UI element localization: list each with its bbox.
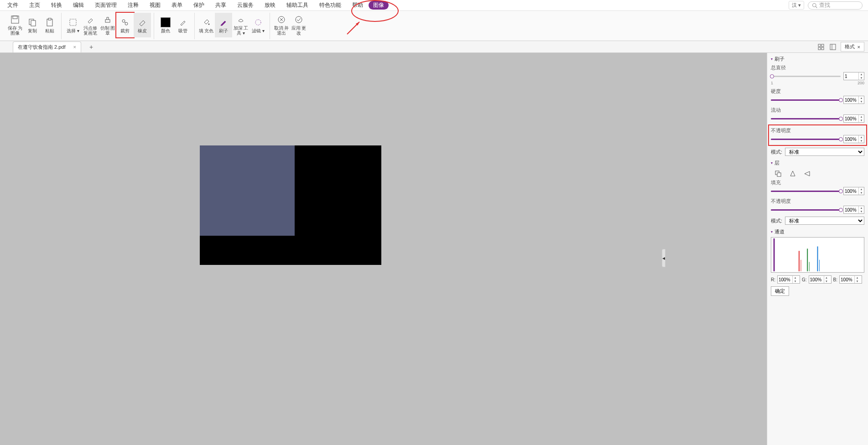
fill-icon (201, 17, 211, 27)
channel-section-header[interactable]: 通道 (771, 228, 864, 235)
apply-changes-button[interactable]: 应用 更改 (290, 13, 307, 37)
ok-button[interactable]: 确定 (771, 286, 789, 296)
main-area: ◂ 刷子 总直径 ▲▼ 1200 硬度 ▲▼ 流动 (0, 53, 868, 445)
layer-opacity-spinner[interactable]: ▲▼ (843, 206, 864, 214)
spot-heal-icon (85, 15, 95, 25)
brush-opacity-spinner[interactable]: ▲▼ (843, 135, 864, 143)
menu-comment[interactable]: 注释 (122, 0, 144, 10)
layer-fill-slider[interactable] (771, 191, 841, 192)
svg-rect-3 (13, 16, 17, 19)
clone-stamp-button[interactable]: 仿制 图章 (99, 13, 116, 37)
sidebar-collapse-handle[interactable]: ◂ (662, 249, 665, 267)
brush-opacity-slider[interactable] (771, 139, 841, 140)
menu-home[interactable]: 主页 (24, 0, 46, 10)
brush-mode-select[interactable]: 标准 (785, 148, 864, 156)
svg-rect-5 (31, 21, 36, 26)
burn-tool-button[interactable]: 加深 工具 ▾ (232, 13, 249, 37)
copy-icon (27, 17, 37, 27)
duplicate-layer-icon[interactable] (774, 170, 782, 177)
grid-view-icon[interactable] (817, 43, 825, 51)
menu-file[interactable]: 文件 (2, 0, 24, 10)
flow-spinner[interactable]: ▲▼ (843, 114, 864, 123)
save-as-image-button[interactable]: 保存 为图像 (6, 13, 24, 37)
copy-button[interactable]: 复制 (24, 13, 41, 37)
menu-share[interactable]: 共享 (210, 0, 232, 10)
b-spinner[interactable]: ▲▼ (839, 275, 862, 284)
single-view-icon[interactable] (829, 43, 837, 51)
crop-button[interactable]: 裁剪 (116, 13, 134, 37)
search-placeholder: 查找 (819, 1, 830, 9)
paste-icon (45, 17, 55, 27)
select-button[interactable]: 选择 ▾ (64, 13, 82, 37)
language-selector[interactable]: 汉 ▾ (789, 1, 804, 10)
filter-button[interactable]: 滤镜 ▾ (249, 13, 267, 37)
hardness-spinner[interactable]: ▲▼ (843, 96, 864, 104)
brush-section-header[interactable]: 刷子 (771, 56, 864, 62)
layer-opacity-slider[interactable] (771, 209, 841, 211)
layer-opacity-label: 不透明度 (771, 198, 864, 205)
diameter-spinner[interactable]: ▲▼ (843, 72, 864, 80)
svg-point-0 (813, 3, 816, 7)
diameter-label: 总直径 (771, 64, 864, 71)
layer-section-header[interactable]: 层 (771, 160, 864, 166)
menu-view[interactable]: 视图 (144, 0, 166, 10)
brush-opacity-label: 不透明度 (771, 127, 864, 134)
document-tab-label: 在遵守饮食指南 2.pdf (18, 44, 66, 51)
menu-protect[interactable]: 保护 (188, 0, 210, 10)
layer-fill-spinner[interactable]: ▲▼ (843, 187, 864, 195)
eraser-button[interactable]: 橡皮 (134, 13, 151, 37)
menu-form[interactable]: 表单 (166, 0, 188, 10)
cancel-exit-button[interactable]: 取消 并退出 (273, 13, 290, 37)
cancel-icon (276, 15, 286, 25)
menu-edit[interactable]: 编辑 (68, 0, 89, 10)
menu-convert[interactable]: 转换 (46, 0, 68, 10)
paste-button[interactable]: 粘贴 (41, 13, 58, 37)
menu-features[interactable]: 特色功能 (314, 0, 347, 10)
r-spinner[interactable]: ▲▼ (777, 275, 800, 284)
svg-rect-28 (777, 173, 781, 176)
diameter-slider[interactable] (771, 76, 841, 77)
clone-stamp-icon (103, 15, 113, 25)
menu-image[interactable]: 图像 (369, 1, 389, 10)
eyedropper-icon (178, 17, 188, 27)
svg-rect-22 (821, 44, 824, 47)
menu-slideshow[interactable]: 放映 (259, 0, 281, 10)
color-swatch-icon (161, 17, 171, 27)
menu-cloud[interactable]: 云服务 (232, 0, 259, 10)
svg-line-12 (125, 22, 125, 23)
color-button[interactable]: 颜色 (157, 13, 174, 37)
close-tab-icon[interactable]: × (73, 44, 76, 50)
search-box[interactable]: 查找 (808, 1, 863, 10)
flip-vertical-icon[interactable] (789, 170, 796, 177)
flip-horizontal-icon[interactable] (804, 170, 811, 177)
brush-mode-label: 模式: (771, 149, 782, 155)
g-label: G: (802, 277, 807, 282)
toolbar: 保存 为图像 复制 粘贴 选择 ▾ 污点修 复画笔 仿制 图章 裁剪 橡皮 颜色… (0, 11, 868, 41)
document-tab[interactable]: 在遵守饮食指南 2.pdf × (13, 41, 81, 52)
brush-button[interactable]: 刷子 (215, 13, 232, 37)
r-label: R: (771, 277, 775, 282)
eyedropper-button[interactable]: 吸管 (174, 13, 192, 37)
image-object[interactable] (200, 145, 381, 265)
svg-rect-21 (818, 44, 821, 47)
svg-point-13 (208, 23, 210, 25)
g-spinner[interactable]: ▲▼ (809, 275, 832, 284)
menu-accessibility[interactable]: 辅助工具 (281, 0, 314, 10)
menu-page-mgmt[interactable]: 页面管理 (89, 0, 122, 10)
eraser-icon (137, 17, 147, 27)
spot-heal-button[interactable]: 污点修 复画笔 (82, 13, 99, 37)
svg-rect-2 (11, 16, 19, 23)
menubar: 文件 主页 转换 编辑 页面管理 注释 视图 表单 保护 共享 云服务 放映 辅… (0, 0, 868, 11)
close-format-icon[interactable]: × (858, 44, 860, 50)
menu-help[interactable]: 帮助 (347, 0, 369, 10)
new-tab-button[interactable]: + (87, 42, 96, 52)
fill-button[interactable]: 填 充色 (198, 13, 215, 37)
canvas-area[interactable]: ◂ (0, 53, 767, 445)
save-icon (10, 15, 20, 25)
format-panel-tab[interactable]: 格式 × (841, 42, 864, 52)
brush-icon (218, 17, 229, 27)
hardness-slider[interactable] (771, 99, 841, 101)
image-blue-region (200, 145, 295, 236)
layer-mode-select[interactable]: 标准 (785, 217, 864, 225)
flow-slider[interactable] (771, 118, 841, 119)
